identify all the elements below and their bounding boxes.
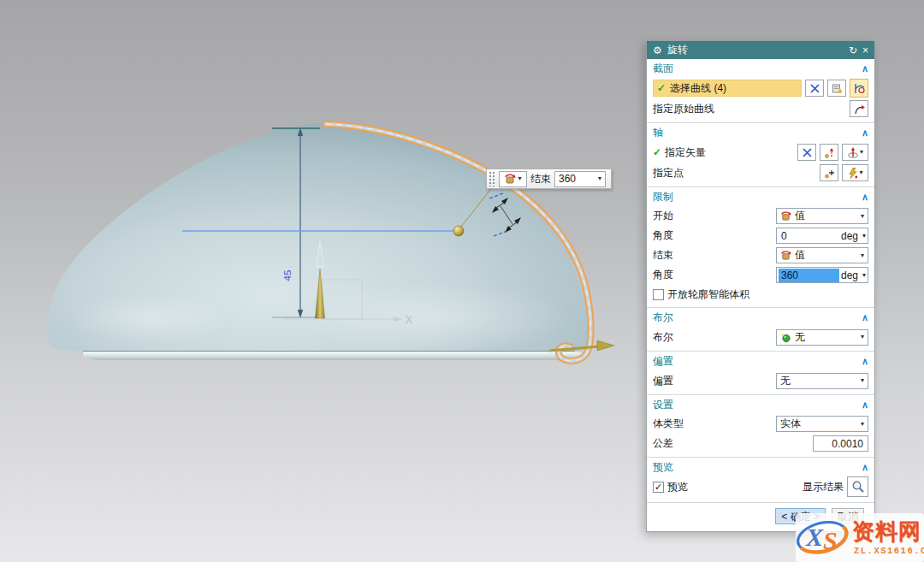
end-angle-inline-label: 结束	[530, 172, 551, 186]
chevron-up-icon[interactable]: ∧	[862, 462, 868, 473]
start-angle-field[interactable]: 0 deg ▾	[776, 228, 868, 244]
group-limits-header[interactable]: 限制 ∧	[653, 188, 868, 206]
chevron-up-icon[interactable]: ∧	[862, 192, 868, 203]
point-dialog-button[interactable]	[820, 164, 838, 181]
start-angle-unit: deg	[839, 230, 862, 242]
point-inferred-dropdown-button[interactable]: ▾	[842, 164, 868, 181]
group-title-label: 偏置	[653, 354, 673, 369]
dimension-45-label[interactable]: 45	[282, 270, 293, 281]
chevron-up-icon[interactable]: ∧	[862, 63, 868, 74]
original-curve-button[interactable]	[850, 100, 868, 117]
watermark-letter-s: S	[823, 526, 838, 554]
end-angle-inline-input[interactable]: 360 ▾	[554, 171, 606, 187]
dropdown-arrow-icon: ▾	[859, 169, 862, 176]
curve-rule-button-active[interactable]	[850, 79, 868, 98]
group-section-header[interactable]: 截面 ∧	[653, 60, 868, 78]
chevron-up-icon[interactable]: ∧	[862, 399, 868, 411]
check-icon: ✓	[653, 146, 661, 158]
boolean-label: 布尔	[653, 330, 773, 345]
dropdown-arrow-icon: ▾	[861, 421, 864, 428]
show-result-label: 显示结果	[803, 480, 844, 494]
body-type-combo[interactable]: 实体 ▾	[776, 416, 868, 432]
group-preview-header[interactable]: 预览 ∧	[653, 458, 868, 476]
end-label: 结束	[653, 248, 773, 263]
tolerance-value: 0.0010	[832, 438, 863, 450]
dome-specular-highlight	[299, 282, 573, 354]
close-icon[interactable]: ×	[862, 45, 868, 56]
watermark: X S 资料网 ZL.XS1616.COM	[787, 512, 924, 562]
end-angle-value-selected[interactable]: 360	[779, 269, 839, 282]
swap-selection-button[interactable]	[805, 80, 824, 97]
group-settings: 设置 ∧ 体类型 实体 ▾ 公差 0.0010	[647, 395, 874, 458]
dialog-titlebar[interactable]: ⚙ 旋转 ↻ ×	[647, 41, 874, 59]
offset-combo[interactable]: 无 ▾	[776, 373, 868, 389]
group-axis: 轴 ∧ ✓ 指定矢量	[647, 123, 874, 187]
point-arrow-icon	[824, 147, 835, 158]
group-boolean-header[interactable]: 布尔 ∧	[653, 309, 868, 327]
chevron-up-icon[interactable]: ∧	[862, 356, 868, 367]
point-plus-icon	[824, 168, 835, 179]
group-offset-header[interactable]: 偏置 ∧	[653, 352, 868, 370]
preview-checkbox-checked[interactable]: ✓	[653, 482, 664, 493]
chevron-up-icon[interactable]: ∧	[862, 127, 868, 139]
swap-vector-button[interactable]	[797, 144, 816, 161]
boolean-none-icon	[780, 332, 791, 343]
start-angle-value[interactable]: 0	[779, 229, 839, 243]
lightning-icon	[847, 168, 858, 179]
selection-list-icon	[832, 83, 843, 94]
dropdown-arrow-icon: ▾	[861, 252, 864, 259]
end-mode-combo[interactable]: 值 ▾	[776, 247, 868, 263]
angle-drag-ball[interactable]	[453, 226, 464, 236]
reset-icon[interactable]: ↻	[849, 45, 857, 56]
toolbar-drag-handle[interactable]	[489, 171, 495, 186]
tolerance-label: 公差	[653, 436, 809, 451]
original-curve-icon	[853, 103, 866, 115]
start-mode-combo[interactable]: 值 ▾	[776, 208, 868, 224]
end-angle-inline-value: 360	[559, 173, 598, 185]
watermark-site-name: 资料网	[852, 517, 921, 547]
selection-list-button[interactable]	[827, 80, 846, 97]
group-settings-header[interactable]: 设置 ∧	[653, 396, 868, 414]
tolerance-field[interactable]: 0.0010	[813, 435, 868, 452]
group-section: 截面 ∧ ✓ 选择曲线 (4)	[647, 59, 874, 123]
open-profile-label: 开放轮廓智能体积	[667, 287, 749, 302]
vector-dialog-button[interactable]	[820, 144, 838, 161]
specify-vector-label: 指定矢量	[665, 145, 794, 160]
group-title-label: 限制	[653, 190, 673, 204]
preview-label: 预览	[667, 480, 799, 494]
open-profile-checkbox[interactable]	[653, 289, 664, 300]
end-angle-unit: deg	[839, 269, 862, 281]
dialog-title: 旋转	[667, 43, 844, 57]
revolve-dialog: ⚙ 旋转 ↻ × 截面 ∧ ✓ 选择曲线 (4)	[646, 40, 875, 532]
end-angle-label: 角度	[653, 268, 773, 282]
specify-point-label: 指定点	[653, 166, 816, 180]
offset-label: 偏置	[653, 374, 773, 388]
vector-type-dropdown-button[interactable]: ▾	[842, 144, 868, 161]
dome-brim[interactable]	[83, 352, 585, 360]
dropdown-arrow-icon: ▾	[861, 213, 864, 220]
revolve-value-icon	[504, 173, 516, 185]
group-title-label: 预览	[653, 460, 673, 475]
body-type-label: 体类型	[653, 417, 773, 431]
revolve-value-icon	[780, 250, 791, 261]
select-curve-field[interactable]: ✓ 选择曲线 (4)	[653, 80, 802, 97]
dropdown-arrow-icon: ▾	[598, 175, 601, 182]
end-angle-field[interactable]: 360 deg ▾	[776, 267, 868, 283]
limit-mode-dropdown-button[interactable]: ▾	[499, 171, 527, 187]
dropdown-arrow-icon: ▾	[861, 334, 864, 340]
chevron-up-icon[interactable]: ∧	[862, 312, 868, 323]
group-axis-header[interactable]: 轴 ∧	[653, 124, 868, 142]
onscreen-input-toolbar: ▾ 结束 360 ▾	[486, 169, 612, 189]
start-label: 开始	[653, 209, 773, 223]
show-result-button[interactable]	[847, 476, 868, 497]
group-boolean: 布尔 ∧ 布尔 无 ▾	[647, 308, 874, 352]
group-title-label: 布尔	[653, 311, 673, 325]
gear-icon: ⚙	[653, 45, 662, 56]
boolean-combo[interactable]: 无 ▾	[776, 329, 868, 346]
start-angle-label: 角度	[653, 228, 773, 243]
revolve-value-icon	[780, 210, 791, 222]
dropdown-arrow-icon: ▾	[518, 175, 521, 182]
original-curve-label: 指定原始曲线	[653, 102, 846, 116]
dome-specular-highlight	[68, 293, 231, 344]
nx-application-window: X 45	[0, 0, 924, 562]
